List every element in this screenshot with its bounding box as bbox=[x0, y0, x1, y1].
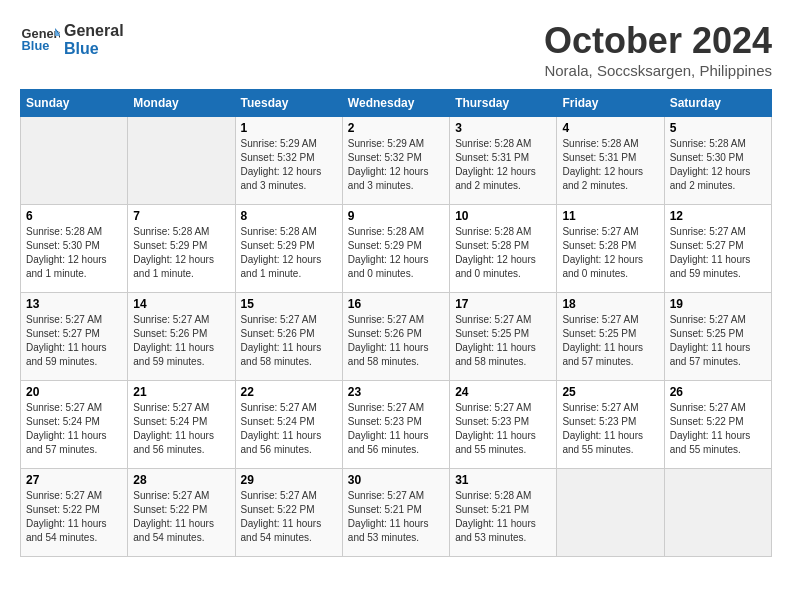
day-number: 31 bbox=[455, 473, 551, 487]
header-sunday: Sunday bbox=[21, 90, 128, 117]
calendar-cell: 31Sunrise: 5:28 AM Sunset: 5:21 PM Dayli… bbox=[450, 469, 557, 557]
day-info: Sunrise: 5:27 AM Sunset: 5:23 PM Dayligh… bbox=[455, 401, 551, 457]
day-info: Sunrise: 5:27 AM Sunset: 5:26 PM Dayligh… bbox=[133, 313, 229, 369]
day-info: Sunrise: 5:27 AM Sunset: 5:22 PM Dayligh… bbox=[241, 489, 337, 545]
day-info: Sunrise: 5:27 AM Sunset: 5:25 PM Dayligh… bbox=[562, 313, 658, 369]
day-number: 8 bbox=[241, 209, 337, 223]
day-number: 26 bbox=[670, 385, 766, 399]
calendar-cell: 17Sunrise: 5:27 AM Sunset: 5:25 PM Dayli… bbox=[450, 293, 557, 381]
day-info: Sunrise: 5:27 AM Sunset: 5:24 PM Dayligh… bbox=[241, 401, 337, 457]
calendar-cell: 4Sunrise: 5:28 AM Sunset: 5:31 PM Daylig… bbox=[557, 117, 664, 205]
calendar-cell: 8Sunrise: 5:28 AM Sunset: 5:29 PM Daylig… bbox=[235, 205, 342, 293]
header-monday: Monday bbox=[128, 90, 235, 117]
calendar-cell: 12Sunrise: 5:27 AM Sunset: 5:27 PM Dayli… bbox=[664, 205, 771, 293]
calendar-cell: 20Sunrise: 5:27 AM Sunset: 5:24 PM Dayli… bbox=[21, 381, 128, 469]
day-number: 23 bbox=[348, 385, 444, 399]
day-info: Sunrise: 5:27 AM Sunset: 5:22 PM Dayligh… bbox=[133, 489, 229, 545]
day-info: Sunrise: 5:29 AM Sunset: 5:32 PM Dayligh… bbox=[348, 137, 444, 193]
day-info: Sunrise: 5:28 AM Sunset: 5:30 PM Dayligh… bbox=[26, 225, 122, 281]
calendar-cell bbox=[21, 117, 128, 205]
day-info: Sunrise: 5:28 AM Sunset: 5:31 PM Dayligh… bbox=[455, 137, 551, 193]
day-number: 25 bbox=[562, 385, 658, 399]
day-info: Sunrise: 5:27 AM Sunset: 5:27 PM Dayligh… bbox=[26, 313, 122, 369]
day-info: Sunrise: 5:28 AM Sunset: 5:31 PM Dayligh… bbox=[562, 137, 658, 193]
header-saturday: Saturday bbox=[664, 90, 771, 117]
day-number: 5 bbox=[670, 121, 766, 135]
day-info: Sunrise: 5:27 AM Sunset: 5:26 PM Dayligh… bbox=[348, 313, 444, 369]
calendar-cell: 16Sunrise: 5:27 AM Sunset: 5:26 PM Dayli… bbox=[342, 293, 449, 381]
calendar-row-3: 13Sunrise: 5:27 AM Sunset: 5:27 PM Dayli… bbox=[21, 293, 772, 381]
calendar-cell: 25Sunrise: 5:27 AM Sunset: 5:23 PM Dayli… bbox=[557, 381, 664, 469]
calendar-row-1: 1Sunrise: 5:29 AM Sunset: 5:32 PM Daylig… bbox=[21, 117, 772, 205]
calendar-row-4: 20Sunrise: 5:27 AM Sunset: 5:24 PM Dayli… bbox=[21, 381, 772, 469]
day-number: 1 bbox=[241, 121, 337, 135]
day-info: Sunrise: 5:27 AM Sunset: 5:25 PM Dayligh… bbox=[455, 313, 551, 369]
day-number: 27 bbox=[26, 473, 122, 487]
location: Norala, Soccsksargen, Philippines bbox=[544, 62, 772, 79]
day-number: 9 bbox=[348, 209, 444, 223]
calendar-cell: 28Sunrise: 5:27 AM Sunset: 5:22 PM Dayli… bbox=[128, 469, 235, 557]
calendar-cell bbox=[664, 469, 771, 557]
title-block: October 2024 Norala, Soccsksargen, Phili… bbox=[544, 20, 772, 79]
day-info: Sunrise: 5:28 AM Sunset: 5:29 PM Dayligh… bbox=[133, 225, 229, 281]
header-tuesday: Tuesday bbox=[235, 90, 342, 117]
day-info: Sunrise: 5:27 AM Sunset: 5:27 PM Dayligh… bbox=[670, 225, 766, 281]
day-info: Sunrise: 5:28 AM Sunset: 5:29 PM Dayligh… bbox=[241, 225, 337, 281]
calendar-cell: 1Sunrise: 5:29 AM Sunset: 5:32 PM Daylig… bbox=[235, 117, 342, 205]
day-number: 14 bbox=[133, 297, 229, 311]
calendar-cell: 14Sunrise: 5:27 AM Sunset: 5:26 PM Dayli… bbox=[128, 293, 235, 381]
day-info: Sunrise: 5:28 AM Sunset: 5:28 PM Dayligh… bbox=[455, 225, 551, 281]
calendar-cell: 29Sunrise: 5:27 AM Sunset: 5:22 PM Dayli… bbox=[235, 469, 342, 557]
day-info: Sunrise: 5:27 AM Sunset: 5:24 PM Dayligh… bbox=[26, 401, 122, 457]
header-thursday: Thursday bbox=[450, 90, 557, 117]
day-number: 16 bbox=[348, 297, 444, 311]
calendar-row-2: 6Sunrise: 5:28 AM Sunset: 5:30 PM Daylig… bbox=[21, 205, 772, 293]
calendar-cell: 19Sunrise: 5:27 AM Sunset: 5:25 PM Dayli… bbox=[664, 293, 771, 381]
day-number: 13 bbox=[26, 297, 122, 311]
calendar-cell: 13Sunrise: 5:27 AM Sunset: 5:27 PM Dayli… bbox=[21, 293, 128, 381]
calendar-cell: 18Sunrise: 5:27 AM Sunset: 5:25 PM Dayli… bbox=[557, 293, 664, 381]
day-info: Sunrise: 5:27 AM Sunset: 5:28 PM Dayligh… bbox=[562, 225, 658, 281]
calendar-cell: 2Sunrise: 5:29 AM Sunset: 5:32 PM Daylig… bbox=[342, 117, 449, 205]
calendar-row-5: 27Sunrise: 5:27 AM Sunset: 5:22 PM Dayli… bbox=[21, 469, 772, 557]
calendar-cell: 3Sunrise: 5:28 AM Sunset: 5:31 PM Daylig… bbox=[450, 117, 557, 205]
calendar-cell: 23Sunrise: 5:27 AM Sunset: 5:23 PM Dayli… bbox=[342, 381, 449, 469]
calendar-cell: 26Sunrise: 5:27 AM Sunset: 5:22 PM Dayli… bbox=[664, 381, 771, 469]
day-number: 21 bbox=[133, 385, 229, 399]
calendar-body: 1Sunrise: 5:29 AM Sunset: 5:32 PM Daylig… bbox=[21, 117, 772, 557]
svg-text:Blue: Blue bbox=[22, 38, 50, 53]
calendar-cell: 27Sunrise: 5:27 AM Sunset: 5:22 PM Dayli… bbox=[21, 469, 128, 557]
day-info: Sunrise: 5:27 AM Sunset: 5:22 PM Dayligh… bbox=[26, 489, 122, 545]
day-info: Sunrise: 5:27 AM Sunset: 5:23 PM Dayligh… bbox=[348, 401, 444, 457]
day-info: Sunrise: 5:27 AM Sunset: 5:26 PM Dayligh… bbox=[241, 313, 337, 369]
day-number: 2 bbox=[348, 121, 444, 135]
day-info: Sunrise: 5:28 AM Sunset: 5:29 PM Dayligh… bbox=[348, 225, 444, 281]
calendar-cell: 10Sunrise: 5:28 AM Sunset: 5:28 PM Dayli… bbox=[450, 205, 557, 293]
logo-line1: General bbox=[64, 22, 124, 40]
calendar-cell: 30Sunrise: 5:27 AM Sunset: 5:21 PM Dayli… bbox=[342, 469, 449, 557]
calendar-cell: 9Sunrise: 5:28 AM Sunset: 5:29 PM Daylig… bbox=[342, 205, 449, 293]
day-number: 3 bbox=[455, 121, 551, 135]
day-number: 4 bbox=[562, 121, 658, 135]
day-info: Sunrise: 5:27 AM Sunset: 5:23 PM Dayligh… bbox=[562, 401, 658, 457]
day-number: 6 bbox=[26, 209, 122, 223]
day-number: 17 bbox=[455, 297, 551, 311]
day-number: 7 bbox=[133, 209, 229, 223]
logo-icon: General Blue bbox=[20, 20, 60, 60]
day-number: 19 bbox=[670, 297, 766, 311]
calendar-cell: 11Sunrise: 5:27 AM Sunset: 5:28 PM Dayli… bbox=[557, 205, 664, 293]
page-header: General Blue General Blue October 2024 N… bbox=[20, 20, 772, 79]
calendar-cell bbox=[557, 469, 664, 557]
calendar-cell: 6Sunrise: 5:28 AM Sunset: 5:30 PM Daylig… bbox=[21, 205, 128, 293]
day-info: Sunrise: 5:27 AM Sunset: 5:22 PM Dayligh… bbox=[670, 401, 766, 457]
day-info: Sunrise: 5:27 AM Sunset: 5:21 PM Dayligh… bbox=[348, 489, 444, 545]
day-info: Sunrise: 5:28 AM Sunset: 5:21 PM Dayligh… bbox=[455, 489, 551, 545]
day-number: 22 bbox=[241, 385, 337, 399]
calendar-table: Sunday Monday Tuesday Wednesday Thursday… bbox=[20, 89, 772, 557]
calendar-header: Sunday Monday Tuesday Wednesday Thursday… bbox=[21, 90, 772, 117]
calendar-cell: 22Sunrise: 5:27 AM Sunset: 5:24 PM Dayli… bbox=[235, 381, 342, 469]
day-info: Sunrise: 5:28 AM Sunset: 5:30 PM Dayligh… bbox=[670, 137, 766, 193]
calendar-cell: 24Sunrise: 5:27 AM Sunset: 5:23 PM Dayli… bbox=[450, 381, 557, 469]
day-number: 18 bbox=[562, 297, 658, 311]
day-number: 10 bbox=[455, 209, 551, 223]
